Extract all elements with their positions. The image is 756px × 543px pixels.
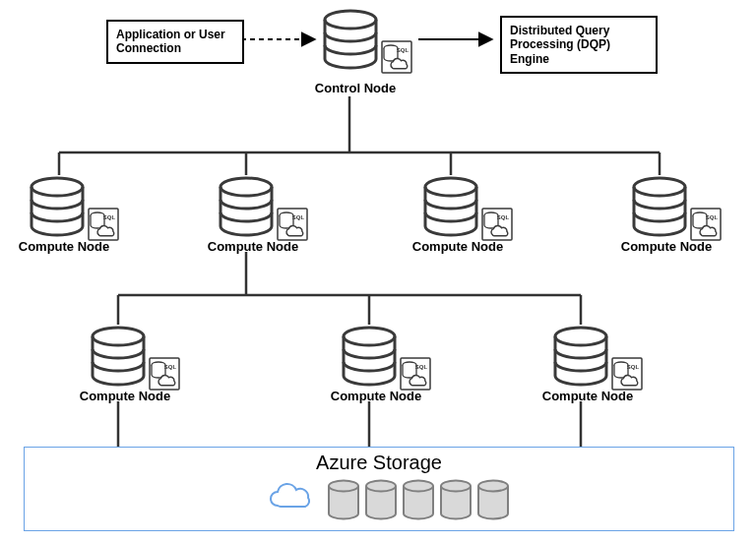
compute-node-7-cylinder-icon — [555, 328, 606, 385]
control-node-cylinder-icon — [325, 11, 376, 68]
dqp-engine-text: Distributed Query Processing (DQP) Engin… — [510, 24, 610, 66]
compute-node-6-label: Compute Node — [322, 389, 430, 403]
application-connection-box: Application or User Connection — [106, 20, 244, 64]
compute-node-3-cylinder-icon — [425, 178, 476, 235]
application-connection-text: Application or User Connection — [116, 28, 225, 55]
compute-node-5-label: Compute Node — [71, 389, 179, 403]
compute-node-3-label: Compute Node — [404, 239, 512, 254]
compute-node-7-label: Compute Node — [534, 389, 642, 403]
compute-node-4-label: Compute Node — [612, 239, 721, 254]
compute-node-4-sql-badge-icon — [691, 209, 721, 240]
azure-storage-box: Azure Storage — [24, 447, 734, 531]
azure-storage-label: Azure Storage — [25, 452, 733, 474]
compute-node-6-cylinder-icon — [344, 328, 395, 385]
compute-node-1-label: Compute Node — [10, 239, 118, 254]
architecture-diagram: Application or User Connection Distribut… — [0, 0, 756, 543]
compute-node-2-sql-badge-icon — [278, 209, 307, 240]
compute-node-5-sql-badge-icon — [150, 358, 179, 390]
dqp-engine-box: Distributed Query Processing (DQP) Engin… — [500, 16, 658, 74]
compute-node-1-sql-badge-icon — [89, 209, 118, 240]
compute-node-5-cylinder-icon — [93, 328, 144, 385]
compute-node-6-sql-badge-icon — [401, 358, 430, 390]
compute-node-4-cylinder-icon — [634, 178, 685, 235]
compute-node-2-cylinder-icon — [220, 178, 272, 235]
compute-node-2-label: Compute Node — [199, 239, 307, 254]
compute-node-3-sql-badge-icon — [482, 209, 512, 240]
compute-node-7-sql-badge-icon — [612, 358, 642, 390]
control-node-sql-badge-icon — [382, 41, 411, 73]
compute-node-1-cylinder-icon — [32, 178, 83, 235]
control-node-label: Control Node — [301, 81, 410, 95]
